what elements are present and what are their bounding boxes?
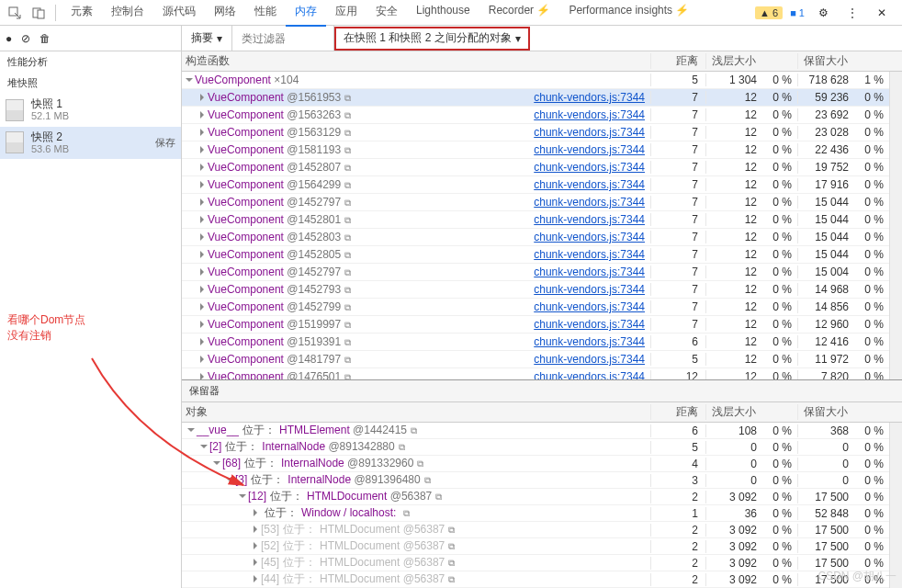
object-row[interactable]: VueComponent @1452805⧉ chunk-vendors.js:… xyxy=(182,246,889,264)
expand-icon[interactable] xyxy=(200,146,204,153)
device-icon[interactable] xyxy=(28,2,50,24)
popout-icon[interactable]: ⧉ xyxy=(344,250,351,260)
source-link[interactable]: chunk-vendors.js:7344 xyxy=(534,370,645,379)
source-link[interactable]: chunk-vendors.js:7344 xyxy=(534,108,645,121)
object-row[interactable]: VueComponent @1519391⧉ chunk-vendors.js:… xyxy=(182,334,889,351)
col-shallow[interactable]: 浅层大小 xyxy=(705,404,797,420)
object-row[interactable]: VueComponent @1452793⧉ chunk-vendors.js:… xyxy=(182,281,889,299)
retainer-rows[interactable]: __vue__位于：HTMLElement @1442415⧉61080 %36… xyxy=(182,423,889,588)
col-retained[interactable]: 保留大小 xyxy=(797,53,889,69)
expand-icon[interactable] xyxy=(254,509,257,516)
popout-icon[interactable]: ⧉ xyxy=(344,93,351,103)
expand-icon[interactable] xyxy=(200,373,204,379)
messages-badge[interactable]: ■ 1 xyxy=(790,7,805,18)
expand-icon[interactable] xyxy=(254,542,257,549)
expand-icon[interactable] xyxy=(200,129,204,136)
source-link[interactable]: chunk-vendors.js:7344 xyxy=(534,353,645,366)
popout-icon[interactable]: ⧉ xyxy=(344,285,351,295)
warnings-badge[interactable]: ▲ 6 xyxy=(755,6,783,19)
record-icon[interactable]: ● xyxy=(6,32,12,45)
diff-dropdown[interactable]: 在快照 1 和快照 2 之间分配的对象 ▾ xyxy=(334,27,530,51)
tab-3[interactable]: 网络 xyxy=(205,0,245,27)
expand-icon[interactable] xyxy=(213,461,220,465)
expand-icon[interactable] xyxy=(200,251,204,258)
popout-icon[interactable]: ⧉ xyxy=(344,180,351,190)
more-icon[interactable]: ⋮ xyxy=(841,2,863,24)
popout-icon[interactable]: ⧉ xyxy=(448,525,455,535)
col-object[interactable]: 对象 xyxy=(182,404,650,420)
popout-icon[interactable]: ⧉ xyxy=(399,442,405,452)
popout-icon[interactable]: ⧉ xyxy=(344,110,351,120)
retainer-row[interactable]: [68]位于：InternalNode @891332960⧉400 %00 % xyxy=(182,456,889,472)
retainer-row[interactable]: [44]位于：HTMLDocument @56387⧉23 0920 %17 5… xyxy=(182,571,889,588)
expand-icon[interactable] xyxy=(200,216,204,223)
object-row[interactable]: VueComponent @1452799⧉ chunk-vendors.js:… xyxy=(182,299,889,316)
object-row[interactable]: VueComponent @1476501⧉ chunk-vendors.js:… xyxy=(182,368,889,379)
popout-icon[interactable]: ⧉ xyxy=(411,425,417,435)
source-link[interactable]: chunk-vendors.js:7344 xyxy=(534,231,645,243)
tab-1[interactable]: 控制台 xyxy=(102,0,153,27)
object-row[interactable]: VueComponent @1452807⧉ chunk-vendors.js:… xyxy=(182,159,889,176)
source-link[interactable]: chunk-vendors.js:7344 xyxy=(534,318,645,331)
snapshot-item[interactable]: 快照 253.6 MB保存 xyxy=(0,127,181,160)
expand-icon[interactable] xyxy=(254,575,257,582)
close-icon[interactable]: ✕ xyxy=(871,2,893,24)
source-link[interactable]: chunk-vendors.js:7344 xyxy=(534,143,645,156)
tab-2[interactable]: 源代码 xyxy=(153,0,205,27)
expand-icon[interactable] xyxy=(200,94,204,101)
expand-icon[interactable] xyxy=(200,111,204,119)
object-row[interactable]: VueComponent @1519997⧉ chunk-vendors.js:… xyxy=(182,316,889,334)
source-link[interactable]: chunk-vendors.js:7344 xyxy=(534,161,645,174)
tab-4[interactable]: 性能 xyxy=(245,0,286,27)
object-row[interactable]: VueComponent @1563263⧉ chunk-vendors.js:… xyxy=(182,107,889,124)
popout-icon[interactable]: ⧉ xyxy=(417,458,423,469)
inspect-icon[interactable] xyxy=(4,2,26,24)
object-row[interactable]: VueComponent @1564299⧉ chunk-vendors.js:… xyxy=(182,176,889,194)
tab-10[interactable]: Performance insights ⚡ xyxy=(559,0,698,27)
col-shallow[interactable]: 浅层大小 xyxy=(705,53,797,69)
popout-icon[interactable]: ⧉ xyxy=(344,232,351,243)
popout-icon[interactable]: ⧉ xyxy=(344,355,351,365)
summary-dropdown[interactable]: 摘要 ▾ xyxy=(182,26,232,51)
col-distance[interactable]: 距离 xyxy=(650,404,705,420)
popout-icon[interactable]: ⧉ xyxy=(448,558,455,568)
source-link[interactable]: chunk-vendors.js:7344 xyxy=(534,335,645,348)
popout-icon[interactable]: ⧉ xyxy=(344,128,351,138)
snapshot-item[interactable]: 快照 152.1 MB xyxy=(0,94,181,127)
expand-icon[interactable] xyxy=(186,78,193,82)
object-row[interactable]: VueComponent @1452797⧉ chunk-vendors.js:… xyxy=(182,194,889,211)
popout-icon[interactable]: ⧉ xyxy=(424,475,431,485)
scrollbar[interactable] xyxy=(889,423,902,588)
source-link[interactable]: chunk-vendors.js:7344 xyxy=(534,178,645,191)
object-row[interactable]: VueComponent @1563129⧉ chunk-vendors.js:… xyxy=(182,124,889,141)
gear-icon[interactable]: ⚙ xyxy=(812,2,834,24)
tab-6[interactable]: 应用 xyxy=(326,0,366,27)
tab-0[interactable]: 元素 xyxy=(62,0,102,27)
retainer-row[interactable]: [52]位于：HTMLDocument @56387⧉23 0920 %17 5… xyxy=(182,538,889,555)
popout-icon[interactable]: ⧉ xyxy=(344,337,351,347)
tab-8[interactable]: Lighthouse xyxy=(407,0,479,27)
object-row[interactable]: VueComponent @1561953⧉ chunk-vendors.js:… xyxy=(182,89,889,107)
object-row[interactable]: VueComponent @1452803⧉ chunk-vendors.js:… xyxy=(182,229,889,246)
source-link[interactable]: chunk-vendors.js:7344 xyxy=(534,126,645,139)
col-distance[interactable]: 距离 xyxy=(650,53,705,69)
col-retained[interactable]: 保留大小 xyxy=(797,404,889,420)
expand-icon[interactable] xyxy=(187,428,195,432)
tab-7[interactable]: 安全 xyxy=(366,0,407,27)
popout-icon[interactable]: ⧉ xyxy=(344,372,351,379)
retainer-row[interactable]: [45]位于：HTMLDocument @56387⧉23 0920 %17 5… xyxy=(182,555,889,571)
source-link[interactable]: chunk-vendors.js:7344 xyxy=(534,213,645,226)
retainer-row[interactable]: __vue__位于：HTMLElement @1442415⧉61080 %36… xyxy=(182,423,889,439)
retainer-row[interactable]: [2]位于：InternalNode @891342880⧉500 %00 % xyxy=(182,439,889,456)
class-filter-input[interactable] xyxy=(242,32,324,45)
popout-icon[interactable]: ⧉ xyxy=(435,492,442,502)
trash-icon[interactable]: 🗑 xyxy=(39,32,51,45)
col-constructor[interactable]: 构造函数 xyxy=(182,53,650,69)
scrollbar[interactable] xyxy=(889,72,902,379)
expand-icon[interactable] xyxy=(200,445,208,448)
source-link[interactable]: chunk-vendors.js:7344 xyxy=(534,196,645,209)
popout-icon[interactable]: ⧉ xyxy=(344,267,351,277)
source-link[interactable]: chunk-vendors.js:7344 xyxy=(534,266,645,278)
object-rows[interactable]: VueComponent ×10451 3040 %718 6281 %VueC… xyxy=(182,72,889,379)
expand-icon[interactable] xyxy=(200,198,204,206)
